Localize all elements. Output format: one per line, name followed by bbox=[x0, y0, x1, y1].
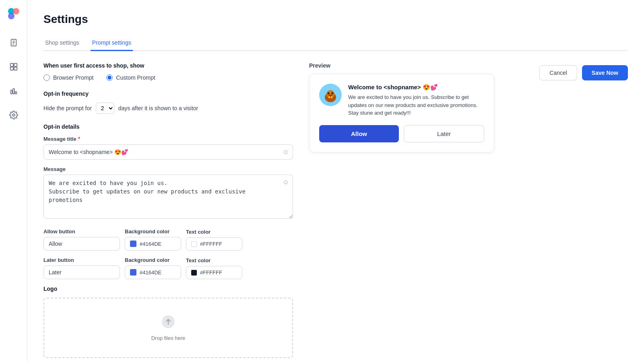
later-bg-swatch bbox=[130, 269, 136, 276]
preview-top: Welcome to <shopname> 😍💕 We are excited … bbox=[319, 84, 484, 117]
save-now-button[interactable]: Save Now bbox=[582, 65, 628, 80]
allow-bg-color-group: Background color #4164DE bbox=[125, 228, 181, 251]
allow-button-input[interactable] bbox=[43, 237, 120, 251]
allow-text-color-group: Text color #FFFFFF bbox=[186, 229, 242, 251]
left-panel: When user first access to shop, show Bro… bbox=[43, 62, 293, 362]
title-emoji-button[interactable]: ☺ bbox=[283, 148, 289, 156]
cancel-button[interactable]: Cancel bbox=[539, 65, 577, 80]
allow-button-row: Allow button Background color #4164DE Te… bbox=[43, 228, 293, 251]
prompt-type-radio-group: Browser Prompt Custom Prompt bbox=[43, 74, 293, 81]
later-button-label-group: Later button bbox=[43, 257, 120, 279]
page-title: Settings bbox=[43, 13, 628, 26]
allow-bg-color-value: #4164DE bbox=[140, 241, 161, 247]
svg-rect-13 bbox=[15, 92, 17, 94]
preview-allow-button[interactable]: Allow bbox=[319, 125, 399, 142]
prompt-type-heading: When user first access to shop, show bbox=[43, 62, 293, 69]
tab-prompt-settings[interactable]: Prompt settings bbox=[91, 35, 133, 51]
preview-message: We are excited to have you join us. Subs… bbox=[348, 93, 484, 117]
later-text-color-input[interactable]: #FFFFFF bbox=[186, 266, 242, 279]
preview-later-button[interactable]: Later bbox=[404, 125, 484, 142]
allow-text-color-value: #FFFFFF bbox=[200, 241, 222, 247]
svg-rect-23 bbox=[331, 96, 332, 98]
later-text-color-group: Text color #FFFFFF bbox=[186, 257, 242, 279]
svg-point-1 bbox=[13, 8, 19, 14]
browser-prompt-label: Browser Prompt bbox=[53, 74, 93, 81]
message-emoji-button[interactable]: ☺ bbox=[283, 179, 289, 186]
preview-card: Welcome to <shopname> 😍💕 We are excited … bbox=[309, 74, 494, 152]
opt-in-details-section: Opt-in details Message title * ☺ Mess bbox=[43, 123, 293, 220]
sidebar-logo bbox=[6, 6, 21, 23]
message-wrapper: We are excited to have you join us. Subs… bbox=[43, 175, 293, 220]
logo-label: Logo bbox=[43, 286, 293, 292]
allow-button-label-group: Allow button bbox=[43, 228, 120, 251]
allow-button-settings: Allow button Background color #4164DE Te… bbox=[43, 228, 293, 251]
message-title-input[interactable] bbox=[43, 144, 293, 160]
message-field: Message We are excited to have you join … bbox=[43, 166, 293, 220]
allow-button-label: Allow button bbox=[43, 228, 120, 234]
custom-prompt-label: Custom Prompt bbox=[116, 74, 155, 81]
later-bg-color-group: Background color #4164DE bbox=[125, 257, 181, 279]
preview-buttons: Allow Later bbox=[319, 125, 484, 142]
settings-icon[interactable] bbox=[6, 108, 21, 122]
svg-point-20 bbox=[332, 93, 334, 95]
content-area: When user first access to shop, show Bro… bbox=[43, 62, 628, 362]
opt-in-details-heading: Opt-in details bbox=[43, 123, 293, 130]
svg-rect-7 bbox=[10, 64, 13, 66]
required-star: * bbox=[78, 136, 80, 142]
later-bg-color-value: #4164DE bbox=[140, 269, 161, 276]
upload-text: Drop files here bbox=[151, 335, 186, 341]
svg-point-14 bbox=[12, 114, 15, 116]
preview-avatar bbox=[319, 84, 342, 106]
preview-text-block: Welcome to <shopname> 😍💕 We are excited … bbox=[348, 84, 484, 117]
svg-rect-8 bbox=[14, 64, 17, 66]
tabs: Shop settings Prompt settings bbox=[43, 35, 628, 51]
later-text-swatch bbox=[191, 270, 197, 276]
message-label: Message bbox=[43, 166, 293, 172]
preview-title: Welcome to <shopname> 😍💕 bbox=[348, 84, 484, 91]
custom-prompt-radio[interactable] bbox=[106, 74, 113, 81]
later-text-color-label: Text color bbox=[186, 257, 242, 263]
hide-label: Hide the prompt for bbox=[43, 105, 92, 111]
later-bg-color-label: Background color bbox=[125, 257, 181, 263]
later-button-row: Later button Background color #4164DE Te… bbox=[43, 257, 293, 279]
logo-upload-area[interactable]: Drop files here bbox=[43, 298, 293, 358]
allow-text-swatch bbox=[191, 241, 197, 247]
later-button-label: Later button bbox=[43, 257, 120, 263]
browser-prompt-option[interactable]: Browser Prompt bbox=[43, 74, 93, 81]
later-button-input[interactable] bbox=[43, 265, 120, 279]
allow-bg-color-label: Background color bbox=[125, 228, 181, 234]
allow-bg-swatch bbox=[130, 241, 136, 247]
chart-icon[interactable] bbox=[6, 84, 21, 98]
later-bg-color-input[interactable]: #4164DE bbox=[125, 265, 181, 279]
opt-in-frequency-heading: Opt-in frequency bbox=[43, 90, 293, 97]
logo-section: Logo Drop files here bbox=[43, 286, 293, 358]
svg-rect-22 bbox=[328, 96, 330, 98]
days-select[interactable]: 1 2 3 5 7 bbox=[96, 103, 114, 114]
tab-shop-settings[interactable]: Shop settings bbox=[43, 35, 81, 51]
allow-text-color-input[interactable]: #FFFFFF bbox=[186, 237, 242, 251]
svg-rect-9 bbox=[10, 67, 13, 70]
upload-icon bbox=[161, 315, 175, 332]
action-buttons: Cancel Save Now bbox=[539, 65, 628, 80]
grid-icon[interactable] bbox=[6, 60, 21, 74]
svg-rect-11 bbox=[10, 90, 12, 94]
allow-bg-color-input[interactable]: #4164DE bbox=[125, 237, 181, 251]
later-text-color-value: #FFFFFF bbox=[200, 269, 222, 276]
svg-rect-12 bbox=[13, 89, 14, 94]
right-panel: Preview bbox=[309, 62, 628, 362]
document-icon[interactable] bbox=[6, 35, 21, 50]
sidebar bbox=[0, 0, 27, 362]
message-title-field: Message title * ☺ bbox=[43, 136, 293, 160]
days-label: days after it is shown to a visitor bbox=[118, 105, 198, 111]
later-button-settings: Later button Background color #4164DE Te… bbox=[43, 257, 293, 279]
custom-prompt-option[interactable]: Custom Prompt bbox=[106, 74, 155, 81]
opt-in-frequency-section: Opt-in frequency Hide the prompt for 1 2… bbox=[43, 90, 293, 114]
svg-rect-10 bbox=[14, 67, 17, 70]
message-textarea[interactable]: We are excited to have you join us. Subs… bbox=[43, 175, 293, 219]
prompt-type-section: When user first access to shop, show Bro… bbox=[43, 62, 293, 81]
svg-point-2 bbox=[8, 13, 14, 19]
message-title-wrapper: ☺ bbox=[43, 144, 293, 160]
browser-prompt-radio[interactable] bbox=[43, 74, 50, 81]
message-title-label: Message title * bbox=[43, 136, 293, 142]
svg-point-19 bbox=[328, 93, 330, 95]
